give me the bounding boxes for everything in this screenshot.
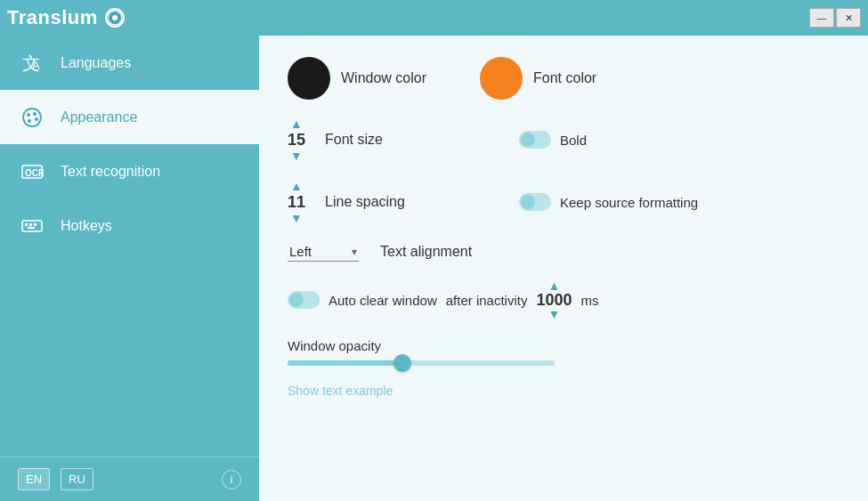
auto-clear-label: Auto clear window: [329, 293, 437, 308]
sidebar-item-languages[interactable]: 文 A Languages: [0, 36, 259, 90]
svg-point-5: [27, 113, 30, 117]
line-spacing-spinner[interactable]: ▲ 11 ▼: [288, 180, 305, 224]
keep-source-toggle[interactable]: [519, 193, 551, 211]
keyboard-icon: [18, 212, 46, 240]
text-alignment-dropdown-wrapper: Left Center Right Justify ▾: [288, 242, 359, 262]
sidebar-item-hotkeys[interactable]: Hotkeys: [0, 198, 259, 253]
window-opacity-label: Window opacity: [288, 338, 840, 353]
font-size-label: Font size: [325, 132, 383, 148]
svg-point-1: [112, 15, 118, 20]
ms-label: ms: [580, 293, 598, 308]
window-color-swatch[interactable]: [288, 57, 330, 100]
svg-point-6: [33, 112, 37, 116]
font-size-value: 15: [288, 132, 305, 148]
keep-source-toggle-knob: [521, 195, 535, 209]
auto-clear-row: Auto clear window after inactivity ▲ 100…: [288, 279, 840, 320]
line-spacing-label: Line spacing: [325, 194, 405, 210]
translate-icon: 文 A: [18, 49, 46, 77]
svg-rect-13: [29, 223, 32, 226]
app-title: Translum: [7, 6, 98, 29]
text-alignment-group: Left Center Right Justify ▾ Text alignme…: [288, 242, 472, 262]
text-alignment-label: Text alignment: [380, 244, 472, 260]
title-bar-controls: — ✕: [809, 8, 861, 28]
sidebar-item-appearance[interactable]: Appearance: [0, 90, 259, 144]
font-size-down-arrow[interactable]: ▼: [290, 149, 303, 162]
bold-toggle[interactable]: [519, 131, 551, 149]
lang-ru-button[interactable]: RU: [61, 468, 93, 490]
svg-rect-15: [28, 227, 35, 229]
color-row: Window color Font color: [288, 57, 840, 100]
auto-clear-toggle-knob: [289, 293, 304, 307]
inactivity-up-arrow[interactable]: ▲: [548, 279, 561, 292]
after-inactivity-label: after inactivity: [446, 293, 528, 308]
bold-group: Bold: [519, 131, 679, 149]
title-bar: Translum — ✕: [0, 0, 868, 36]
opacity-slider-fill: [288, 360, 402, 366]
minimize-button[interactable]: —: [809, 8, 834, 28]
title-bar-left: Translum: [7, 6, 125, 29]
svg-point-7: [35, 117, 38, 121]
font-color-label: Font color: [533, 70, 596, 86]
font-size-row: ▲ 15 ▼ Font size Bold: [288, 117, 840, 162]
auto-clear-toggle[interactable]: [288, 291, 320, 309]
info-button[interactable]: i: [222, 470, 241, 489]
svg-rect-11: [22, 221, 42, 231]
inactivity-value: 1000: [536, 292, 572, 308]
sidebar-label-hotkeys: Hotkeys: [61, 218, 112, 234]
close-button[interactable]: ✕: [836, 8, 861, 28]
svg-point-4: [23, 109, 41, 126]
font-size-up-arrow[interactable]: ▲: [290, 117, 303, 130]
text-alignment-select[interactable]: Left Center Right Justify: [288, 242, 359, 262]
inactivity-spinner[interactable]: ▲ 1000 ▼: [536, 279, 572, 320]
sidebar-label-languages: Languages: [61, 55, 131, 71]
line-spacing-down-arrow[interactable]: ▼: [290, 212, 303, 224]
opacity-row: Window opacity: [288, 338, 840, 366]
ocr-icon: OCR: [18, 158, 46, 186]
opacity-slider-thumb[interactable]: [393, 354, 411, 372]
show-text-example-link[interactable]: Show text example: [288, 384, 393, 398]
line-spacing-row: ▲ 11 ▼ Line spacing Keep source formatti…: [288, 180, 840, 224]
sidebar-spacer: [0, 253, 259, 457]
inactivity-down-arrow[interactable]: ▼: [548, 308, 561, 320]
svg-rect-14: [34, 223, 37, 226]
palette-icon: [18, 103, 46, 132]
font-size-spinner[interactable]: ▲ 15 ▼: [288, 117, 305, 162]
svg-text:A: A: [32, 59, 40, 72]
main-layout: 文 A Languages Appearance: [0, 36, 868, 501]
font-color-group: Font color: [480, 57, 596, 100]
svg-rect-12: [25, 223, 28, 226]
window-color-group: Window color: [288, 57, 426, 100]
opacity-slider-track[interactable]: [288, 360, 555, 366]
text-alignment-row: Left Center Right Justify ▾ Text alignme…: [288, 242, 840, 262]
sidebar: 文 A Languages Appearance: [0, 36, 259, 501]
sidebar-item-text-recognition[interactable]: OCR Text recognition: [0, 144, 259, 198]
bold-label: Bold: [560, 133, 587, 148]
keep-source-group: Keep source formatting: [519, 193, 768, 211]
line-spacing-group: ▲ 11 ▼ Line spacing: [288, 180, 466, 224]
font-color-swatch[interactable]: [480, 57, 523, 100]
lang-en-button[interactable]: EN: [18, 468, 50, 490]
line-spacing-value: 11: [288, 194, 305, 210]
sidebar-label-appearance: Appearance: [61, 109, 137, 125]
window-color-label: Window color: [341, 70, 426, 86]
bold-toggle-knob: [521, 133, 535, 147]
keep-source-label: Keep source formatting: [560, 195, 698, 210]
line-spacing-up-arrow[interactable]: ▲: [290, 180, 303, 192]
font-size-group: ▲ 15 ▼ Font size: [288, 117, 466, 162]
sidebar-label-text-recognition: Text recognition: [61, 164, 160, 180]
sidebar-bottom: EN RU i: [0, 457, 259, 501]
svg-text:OCR: OCR: [25, 168, 44, 178]
content-area: Window color Font color ▲ 15 ▼ Font size: [259, 36, 868, 501]
app-logo: [105, 8, 125, 28]
svg-point-8: [28, 119, 31, 123]
